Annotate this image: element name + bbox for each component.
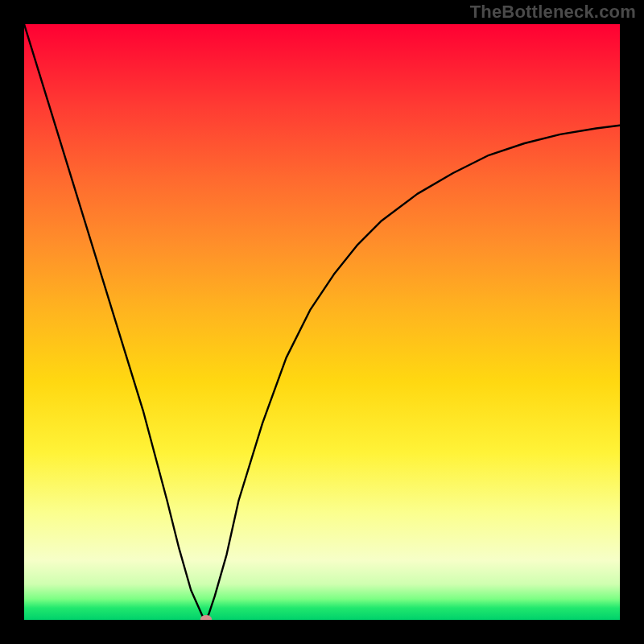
plot-area	[24, 24, 620, 620]
minimum-marker	[200, 615, 212, 620]
chart-frame: TheBottleneck.com	[0, 0, 644, 644]
bottleneck-curve	[24, 24, 620, 620]
watermark-label: TheBottleneck.com	[470, 2, 636, 23]
